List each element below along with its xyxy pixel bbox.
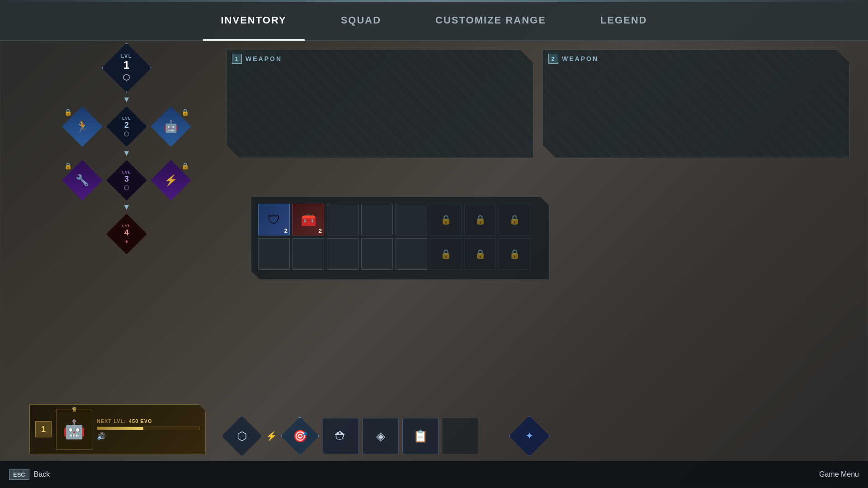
lvl3-right-icon: ⚡ [164, 174, 178, 187]
nav-squad[interactable]: SQUAD [314, 0, 408, 41]
backpack-button[interactable]: 📋 [402, 418, 439, 454]
nav-legend-label: LEGEND [600, 14, 647, 26]
weapon-panel-2[interactable]: 2 WEAPON [542, 50, 850, 158]
volume-icon[interactable]: 🔊 [97, 432, 200, 441]
lvl2-right-icon: 🤖 [164, 120, 178, 134]
level-tree: LVL 1 ⬡ ▼ 🏃 🔒 LVL 2 ⬡ [27, 43, 226, 255]
inv-slot-13[interactable] [396, 238, 427, 270]
nav-inventory-label: INVENTORY [221, 14, 287, 26]
weapon-panel-1[interactable]: 1 WEAPON [226, 50, 533, 158]
shield-btn-icon: ◈ [376, 429, 385, 443]
lvl4-center-num: 4 [124, 228, 129, 238]
inv-slot-shield[interactable]: 🛡 2 [258, 204, 290, 235]
back-label: Back [34, 470, 50, 479]
lvl2-left-slot[interactable]: 🏃 🔒 [62, 106, 103, 147]
inventory-grid: 🛡 2 🧰 2 🔒 🔒 [251, 197, 549, 280]
lvl2-center[interactable]: LVL 2 ⬡ [106, 106, 147, 147]
nav-customize-range-label: CUSTOMIZE RANGE [435, 14, 546, 26]
nav-customize-range[interactable]: CUSTOMIZE RANGE [408, 0, 573, 41]
avatar-image: 🤖 [63, 419, 85, 440]
inv-slot-lock-1: 🔒 [430, 204, 462, 235]
xp-bar [97, 427, 200, 430]
lvl3-left-icon: 🔧 [75, 174, 89, 187]
lvl2-center-icon: ⬡ [124, 130, 129, 137]
inventory-row-2: 🔒 🔒 🔒 [258, 238, 542, 270]
lvl2-left-icon: 🏃 [75, 120, 90, 134]
inv-slot-3[interactable] [327, 204, 359, 235]
lvl2-center-num: 2 [124, 121, 129, 130]
esc-back-button[interactable]: ESC Back [9, 469, 50, 480]
lvl3-center-label: LVL [122, 170, 131, 174]
helmet-button[interactable]: ⛑ [323, 418, 359, 454]
game-menu-label: Game Menu [819, 470, 859, 478]
nav-squad-label: SQUAD [341, 14, 381, 26]
player-avatar: ♛ 🤖 [56, 409, 92, 450]
lvl4-row: LVL 4 ♦ [27, 214, 226, 254]
lvl4-center-label: LVL [122, 224, 131, 228]
lvl1-icon: ⬡ [121, 72, 132, 82]
lock-icon-3: 🔒 [509, 214, 520, 225]
weapon-1-text: WEAPON [245, 55, 282, 62]
inv-slot-lock-3: 🔒 [499, 204, 530, 235]
inv-slot-10[interactable] [292, 238, 324, 270]
nav-legend[interactable]: LEGEND [573, 0, 675, 41]
lock-icon-6: 🔒 [509, 249, 520, 259]
inv-slot-4[interactable] [361, 204, 393, 235]
lvl3-center[interactable]: LVL 3 ⬡ [106, 160, 147, 201]
lvl2-center-label: LVL [122, 116, 131, 121]
inv-slot-lock-5: 🔒 [464, 238, 496, 270]
lvl3-center-num: 3 [124, 174, 129, 184]
bottom-bar: ESC Back Game Menu [0, 461, 868, 488]
player-info: NEXT LVL: 450 EVO 🔊 [97, 418, 200, 441]
helmet-icon: ⛑ [335, 429, 347, 443]
player-level-badge: 1 [35, 421, 52, 437]
evo-amount: 450 EVO [129, 418, 152, 424]
inv-slot-medkit[interactable]: 🧰 2 [292, 204, 324, 235]
esc-key: ESC [9, 469, 29, 480]
lvl4-icon: ♦ [125, 238, 128, 245]
empty-bottom-slot [442, 418, 478, 454]
medkit-item-icon: 🧰 [301, 212, 316, 227]
wheel-diamond-button[interactable]: 🎯 [281, 417, 319, 455]
lvl3-center-icon: ⬡ [124, 184, 129, 191]
lock-icon-lvl2-left: 🔒 [64, 108, 72, 116]
lvl3-right-slot[interactable]: ⚡ 🔒 [151, 160, 191, 201]
inv-slot-lock-6: 🔒 [499, 238, 530, 270]
lvl1-diamond[interactable]: LVL 1 ⬡ [102, 43, 151, 93]
xp-bar-fill [97, 427, 143, 430]
lvl3-left-slot[interactable]: 🔧 🔒 [62, 160, 103, 201]
next-lvl-label: NEXT LVL: [97, 418, 126, 424]
game-menu-button[interactable]: Game Menu [819, 470, 859, 479]
lvl2-row: 🏃 🔒 LVL 2 ⬡ 🤖 🔒 [27, 106, 226, 147]
chevron-2: ▼ [27, 149, 226, 158]
weapon-panels: 1 WEAPON 2 WEAPON [226, 50, 850, 158]
weapon-1-num: 1 [232, 54, 242, 64]
right-diamond-button[interactable]: ✦ [509, 416, 550, 456]
chevron-1: ▼ [27, 95, 226, 104]
bottom-icons-row: ⬡ ⚡ 🎯 ⛑ ◈ 📋 ✦ [222, 416, 550, 456]
main-equipment-diamond[interactable]: ⬡ [222, 416, 262, 456]
lvl2-right-slot[interactable]: 🤖 🔒 [151, 106, 191, 147]
inv-slot-9[interactable] [258, 238, 290, 270]
nav-inventory[interactable]: INVENTORY [194, 0, 314, 41]
lvl4-center[interactable]: LVL 4 ♦ [106, 214, 147, 254]
inv-slot-12[interactable] [361, 238, 393, 270]
lock-icon-lvl3-right: 🔒 [181, 162, 189, 169]
weapon-bg-1 [226, 50, 533, 158]
lvl1-container: LVL 1 ⬡ [27, 43, 226, 93]
inventory-section: 🛡 2 🧰 2 🔒 🔒 [251, 197, 549, 280]
lvl3-row: 🔧 🔒 LVL 3 ⬡ ⚡ 🔒 [27, 160, 226, 201]
inventory-row-1: 🛡 2 🧰 2 🔒 🔒 [258, 204, 542, 235]
medkit-count: 2 [319, 227, 322, 234]
chevron-3: ▼ [27, 202, 226, 212]
shield-count: 2 [284, 227, 288, 234]
player-card: 1 ♛ 🤖 NEXT LVL: 450 EVO 🔊 [29, 404, 206, 454]
inv-slot-11[interactable] [327, 238, 359, 270]
shield-button[interactable]: ◈ [363, 418, 399, 454]
shield-item-icon: 🛡 [268, 212, 280, 227]
inv-slot-lock-2: 🔒 [464, 204, 496, 235]
lock-icon-2: 🔒 [475, 214, 486, 225]
backpack-icon: 📋 [413, 429, 428, 443]
lock-icon-5: 🔒 [475, 249, 486, 259]
inv-slot-5[interactable] [396, 204, 427, 235]
